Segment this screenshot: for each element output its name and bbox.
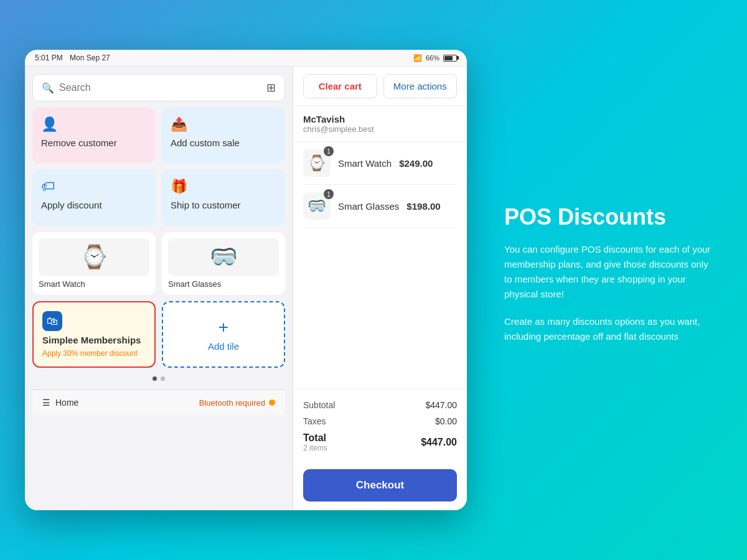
cart-item-smart-glasses[interactable]: 🥽 1 Smart Glasses $198.00 (303, 185, 457, 228)
wifi-icon: 📶 (413, 54, 422, 62)
smart-glasses-image: 🥽 (168, 238, 279, 276)
checkout-button[interactable]: Checkout (303, 469, 457, 502)
cart-item-price-watch: $249.00 (399, 158, 433, 169)
smart-glasses-tile[interactable]: 🥽 Smart Glasses (162, 232, 285, 295)
bluetooth-indicator: Bluetooth required (199, 398, 275, 408)
home-label: Home (55, 398, 78, 408)
info-title: POS Discounts (504, 203, 716, 230)
cart-item-name-watch: Smart Watch (338, 158, 392, 169)
total-label-group: Total 2 items (303, 432, 327, 452)
add-tile-label: Add tile (208, 341, 239, 352)
add-tile-icon: + (218, 317, 228, 337)
customer-email: chris@simplee.best (303, 124, 457, 134)
cart-items: ⌚ 1 Smart Watch $249.00 🥽 1 Smart Glasse… (293, 142, 467, 389)
ship-to-customer-tile[interactable]: 🎁 Ship to customer (162, 170, 285, 226)
membership-icon: 🛍 (42, 311, 62, 331)
apply-discount-tile[interactable]: 🏷 Apply discount (32, 170, 156, 226)
smart-watch-tile[interactable]: ⌚ Smart Watch (32, 232, 156, 295)
taxes-value: $0.00 (435, 416, 457, 426)
add-custom-sale-icon: 📤 (171, 116, 276, 133)
total-sub: 2 items (303, 444, 327, 452)
home-button[interactable]: ☰ Home (42, 398, 78, 408)
smart-watch-label: Smart Watch (39, 279, 85, 289)
bluetooth-label: Bluetooth required (199, 398, 265, 408)
customer-name: McTavish (303, 114, 457, 124)
status-bar-right: 📶 66% (413, 54, 457, 62)
status-time-date: 5:01 PM Mon Sep 27 (35, 54, 110, 62)
right-panel: Clear cart More actions McTavish chris@s… (293, 67, 467, 510)
remove-customer-label: Remove customer (41, 138, 147, 148)
subtotal-value: $447.00 (425, 400, 457, 410)
add-custom-sale-label: Add custom sale (171, 138, 276, 148)
grand-total-row: Total 2 items $447.00 (303, 429, 457, 455)
apply-discount-icon: 🏷 (41, 179, 147, 195)
cart-totals: Subtotal $447.00 Taxes $0.00 Total 2 ite… (293, 389, 467, 463)
hamburger-icon: ☰ (42, 398, 50, 408)
bottom-tiles-grid: 🛍 Simplee Memberships Apply 30% member d… (32, 301, 285, 368)
app-content: 🔍 ⊞ 👤 Remove customer 📤 Add custom sale (25, 67, 467, 510)
taxes-label: Taxes (303, 416, 326, 426)
taxes-row: Taxes $0.00 (303, 413, 457, 429)
pagination-dot-1[interactable] (153, 376, 157, 381)
cart-item-img-wrap-watch: ⌚ 1 (303, 149, 331, 177)
action-tiles-grid: 👤 Remove customer 📤 Add custom sale 🏷 Ap… (32, 108, 285, 226)
cart-item-smart-watch[interactable]: ⌚ 1 Smart Watch $249.00 (303, 142, 457, 185)
info-paragraph-2: Create as many discounts options as you … (504, 314, 716, 344)
battery-percent: 66% (426, 54, 439, 62)
info-paragraph-1: You can configure POS discounts for each… (504, 242, 716, 302)
status-time: 5:01 PM (35, 54, 63, 62)
subtotal-label: Subtotal (303, 400, 335, 410)
status-date: Mon Sep 27 (70, 54, 110, 62)
cart-item-qty-glasses: 1 (324, 189, 334, 199)
clear-cart-button[interactable]: Clear cart (303, 74, 377, 98)
apply-discount-label: Apply discount (41, 200, 147, 210)
device-frame: 5:01 PM Mon Sep 27 📶 66% 🔍 ⊞ (25, 50, 467, 510)
membership-label: Simplee Memberships (42, 335, 146, 345)
add-tile[interactable]: + Add tile (162, 301, 285, 368)
remove-customer-tile[interactable]: 👤 Remove customer (32, 108, 156, 164)
bluetooth-dot (269, 399, 275, 406)
cart-header: Clear cart More actions (293, 67, 467, 106)
product-tiles-grid: ⌚ Smart Watch 🥽 Smart Glasses (32, 232, 285, 295)
pagination-dot-2[interactable] (161, 376, 165, 381)
battery-icon (443, 55, 457, 62)
search-input[interactable] (59, 82, 261, 93)
pagination (32, 374, 285, 383)
cart-item-qty-watch: 1 (324, 146, 334, 156)
total-value: $447.00 (421, 437, 457, 448)
cart-item-price-glasses: $198.00 (406, 201, 440, 212)
left-panel: 🔍 ⊞ 👤 Remove customer 📤 Add custom sale (25, 67, 293, 510)
smart-watch-image: ⌚ (39, 238, 149, 276)
bottom-bar: ☰ Home Bluetooth required (32, 390, 285, 415)
ship-to-customer-icon: 🎁 (171, 179, 276, 195)
add-custom-sale-tile[interactable]: 📤 Add custom sale (162, 108, 285, 164)
barcode-icon[interactable]: ⊞ (266, 81, 276, 95)
search-bar[interactable]: 🔍 ⊞ (32, 74, 285, 101)
status-bar: 5:01 PM Mon Sep 27 📶 66% (25, 50, 467, 67)
cart-item-name-glasses: Smart Glasses (338, 201, 399, 212)
more-actions-button[interactable]: More actions (383, 74, 458, 98)
battery-fill (444, 56, 453, 60)
total-label: Total (303, 432, 327, 444)
info-panel: POS Discounts You can configure POS disc… (492, 191, 722, 368)
search-icon: 🔍 (42, 82, 54, 94)
remove-customer-icon: 👤 (41, 116, 147, 133)
customer-info: McTavish chris@simplee.best (293, 106, 467, 142)
simplee-memberships-tile[interactable]: 🛍 Simplee Memberships Apply 30% member d… (32, 301, 156, 368)
smart-glasses-label: Smart Glasses (168, 279, 221, 289)
cart-item-img-wrap-glasses: 🥽 1 (303, 192, 331, 220)
subtotal-row: Subtotal $447.00 (303, 397, 457, 413)
main-layout: 5:01 PM Mon Sep 27 📶 66% 🔍 ⊞ (0, 0, 747, 560)
ship-to-customer-label: Ship to customer (171, 200, 276, 210)
membership-sublabel: Apply 30% member discount (42, 349, 146, 358)
